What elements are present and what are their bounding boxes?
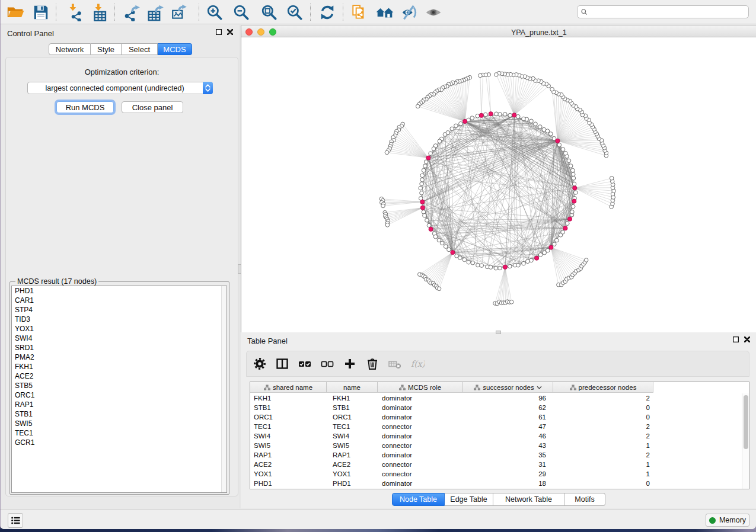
mcds-result-item[interactable]: RAP1 <box>12 400 227 409</box>
table-row[interactable]: TEC1TEC1connector472 <box>250 422 738 431</box>
cell-successor-nodes: 29 <box>463 469 553 479</box>
export-network-icon[interactable] <box>123 3 142 22</box>
mcds-result-item[interactable]: STP4 <box>12 305 227 315</box>
import-network-icon[interactable] <box>65 3 84 22</box>
search-input[interactable] <box>588 7 748 17</box>
mcds-result-item[interactable]: TID3 <box>12 315 227 324</box>
zoom-fit-icon[interactable] <box>260 3 279 22</box>
clone-network-icon[interactable] <box>350 3 369 22</box>
mcds-result-list[interactable]: PHD1CAR1STP4TID3YOX1SWI4SRD1PMA2FKH1ACE2… <box>11 286 227 493</box>
table-row[interactable]: ACE2ACE2connector311 <box>250 460 738 469</box>
cell-name: RAP1 <box>327 450 378 460</box>
tab-network-table[interactable]: Network Table <box>493 493 564 506</box>
network-window-titlebar[interactable]: YPA_prune.txt_1 <box>241 25 756 37</box>
column-header-successor-nodes[interactable]: successor nodes <box>463 382 553 392</box>
tab-mcds[interactable]: MCDS <box>158 43 192 55</box>
tab-select[interactable]: Select <box>122 43 158 55</box>
mcds-list-scrollbar[interactable] <box>221 286 227 492</box>
window-close-icon[interactable] <box>245 28 253 36</box>
tab-edge-table[interactable]: Edge Table <box>445 493 493 506</box>
hide-selected-icon[interactable] <box>400 3 419 22</box>
tab-motifs[interactable]: Motifs <box>564 493 605 506</box>
show-all-icon[interactable] <box>424 3 443 22</box>
table-row[interactable]: PHD1PHD1dominator180 <box>250 479 738 488</box>
mcds-result-item[interactable]: ACE2 <box>12 371 227 381</box>
save-icon[interactable] <box>31 3 50 22</box>
table-scrollbar[interactable] <box>742 393 749 489</box>
mcds-result-item[interactable]: SWI4 <box>12 334 227 343</box>
first-neighbors-icon[interactable] <box>375 3 394 22</box>
search-field[interactable] <box>577 5 749 18</box>
column-header-predecessor-nodes[interactable]: predecessor nodes <box>553 382 653 392</box>
mcds-result-item[interactable]: STB5 <box>12 381 227 390</box>
delete-icon[interactable] <box>365 357 379 371</box>
zoom-out-icon[interactable] <box>232 3 251 22</box>
horizontal-splitter-knob[interactable] <box>496 331 501 334</box>
cell-MCDS-role: connector <box>378 469 463 479</box>
clone-network-glyph <box>350 4 368 21</box>
table-scrollbar-thumb[interactable] <box>744 395 748 449</box>
criterion-dropdown[interactable]: largest connected component (undirected) <box>27 82 213 94</box>
column-header-MCDS-role[interactable]: MCDS role <box>378 382 463 392</box>
refresh-icon[interactable] <box>318 3 337 22</box>
mcds-result-item[interactable]: YOX1 <box>12 324 227 334</box>
close-table-panel-icon[interactable] <box>744 336 750 342</box>
cell-MCDS-role: dominator <box>378 393 463 403</box>
table-row[interactable]: ORC1ORC1dominator610 <box>250 412 738 422</box>
table-row[interactable]: FKH1FKH1dominator962 <box>250 393 738 403</box>
mcds-result-item[interactable]: CAR1 <box>12 296 227 305</box>
tab-style[interactable]: Style <box>91 43 122 55</box>
column-header-shared-name[interactable]: shared name <box>250 382 327 392</box>
table-row[interactable]: SWI5SWI5connector431 <box>250 441 738 450</box>
desktop: Control Panel NetworkStyleSelectMCDS Opt… <box>0 0 756 532</box>
table-row[interactable]: YOX1YOX1connector291 <box>250 469 738 479</box>
table-row[interactable]: STB1STB1dominator620 <box>250 403 738 412</box>
column-header-name[interactable]: name <box>327 382 378 392</box>
mcds-result-item[interactable]: FKH1 <box>12 362 227 371</box>
memory-button[interactable]: Memory <box>706 514 749 527</box>
float-table-panel-icon[interactable] <box>733 336 739 342</box>
tab-node-table[interactable]: Node Table <box>392 493 445 506</box>
import-network-glyph <box>65 4 83 21</box>
close-panel-icon[interactable] <box>227 29 233 35</box>
table-row[interactable]: RAP1RAP1dominator352 <box>250 450 738 460</box>
columns-icon[interactable] <box>275 357 289 371</box>
export-table-icon[interactable] <box>146 3 165 22</box>
cell-successor-nodes: 96 <box>463 393 553 403</box>
cell-shared-name: SWI5 <box>250 441 327 450</box>
cell-MCDS-role: dominator <box>378 479 463 488</box>
run-mcds-button[interactable]: Run MCDS <box>56 101 114 113</box>
zoom-in-icon[interactable] <box>205 3 224 22</box>
network-canvas[interactable] <box>241 37 756 331</box>
mcds-result-item[interactable]: STB1 <box>12 409 227 419</box>
mcds-result-item[interactable]: ORC1 <box>12 390 227 400</box>
close-panel-button[interactable]: Close panel <box>122 101 183 113</box>
export-image-icon[interactable] <box>170 3 189 22</box>
import-table-icon[interactable] <box>90 3 109 22</box>
open-glyph <box>7 4 25 21</box>
add-icon[interactable] <box>343 357 357 371</box>
float-panel-icon[interactable] <box>216 29 222 35</box>
mcds-result-item[interactable]: PMA2 <box>12 352 227 362</box>
memory-status-icon <box>709 517 716 524</box>
network-graph[interactable] <box>241 37 756 331</box>
mcds-result-item[interactable]: PHD1 <box>12 286 227 296</box>
zoom-selected-icon[interactable] <box>285 3 304 22</box>
deselect-all-icon[interactable] <box>320 357 334 371</box>
task-history-button[interactable] <box>8 513 23 528</box>
mcds-result-item[interactable]: SWI5 <box>12 419 227 428</box>
cell-MCDS-role: connector <box>378 460 463 469</box>
mcds-result-title: MCDS result (17 nodes) <box>15 277 98 286</box>
mcds-result-item[interactable]: GCR1 <box>12 438 227 447</box>
mcds-result-item[interactable]: SRD1 <box>12 343 227 352</box>
tab-network[interactable]: Network <box>49 43 91 55</box>
window-zoom-icon[interactable] <box>269 28 276 36</box>
app-window: Control Panel NetworkStyleSelectMCDS Opt… <box>0 0 756 529</box>
table-row[interactable]: SWI4SWI4dominator462 <box>250 431 738 441</box>
open-icon[interactable] <box>7 3 25 22</box>
network-view-frame: YPA_prune.txt_1 <box>241 25 756 332</box>
select-all-icon[interactable] <box>298 357 312 371</box>
settings-icon[interactable] <box>253 357 267 371</box>
mcds-result-item[interactable]: TEC1 <box>12 428 227 438</box>
window-minimize-icon[interactable] <box>257 28 264 36</box>
